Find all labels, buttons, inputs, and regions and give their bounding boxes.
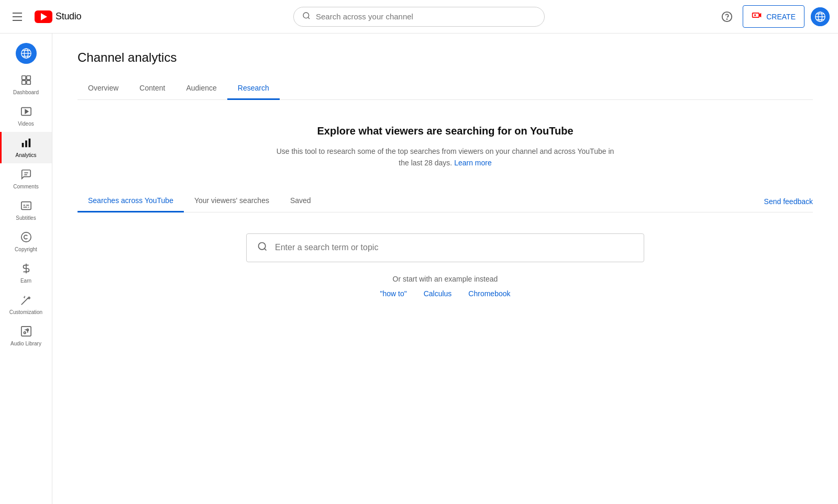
svg-rect-24: [21, 143, 24, 147]
example-link-calculus[interactable]: Calculus: [424, 289, 452, 298]
sidebar-item-dashboard-label: Dashboard: [13, 89, 39, 95]
svg-line-44: [264, 249, 267, 251]
sidebar-item-avatar[interactable]: [0, 38, 52, 69]
sidebar-item-videos-label: Videos: [18, 121, 34, 127]
header: Studio: [0, 0, 838, 33]
global-search-bar: [293, 7, 545, 27]
sidebar: Dashboard Videos Analytics: [0, 33, 52, 504]
account-avatar-button[interactable]: [811, 7, 830, 26]
sidebar-item-subtitles-label: Subtitles: [16, 215, 36, 221]
sidebar-item-customization[interactable]: Customization: [0, 289, 52, 320]
svg-rect-21: [26, 81, 30, 84]
svg-rect-26: [28, 139, 30, 148]
sidebar-item-earn[interactable]: Earn: [0, 257, 52, 289]
hamburger-menu-button[interactable]: [8, 8, 26, 25]
research-tab-content: Explore what viewers are searching for o…: [78, 100, 813, 298]
main-layout: Dashboard Videos Analytics: [0, 33, 838, 504]
search-icon: [302, 12, 311, 22]
search-box-icon: [257, 241, 268, 254]
svg-rect-25: [25, 140, 27, 147]
svg-rect-40: [21, 327, 30, 336]
avatar-globe-icon: [811, 7, 830, 26]
svg-rect-19: [26, 76, 30, 80]
sidebar-item-subtitles[interactable]: Subtitles: [0, 195, 52, 226]
tab-content[interactable]: Content: [129, 77, 175, 100]
sidebar-item-audio-label: Audio Library: [10, 341, 41, 346]
subtitles-icon: [20, 200, 32, 213]
sidebar-item-comments-label: Comments: [13, 184, 38, 189]
create-icon: [752, 10, 762, 23]
sidebar-avatar-icon: [16, 43, 37, 64]
svg-line-39: [24, 297, 25, 298]
svg-rect-20: [21, 81, 25, 84]
svg-point-0: [303, 13, 309, 18]
help-button[interactable]: [718, 7, 736, 26]
sidebar-item-analytics-label: Analytics: [15, 152, 36, 158]
example-link-chromebook[interactable]: Chromebook: [468, 289, 510, 298]
research-heading: Explore what viewers are searching for o…: [78, 125, 813, 137]
create-button[interactable]: CREATE: [743, 5, 804, 28]
example-links: "how to" Calculus Chromebook: [78, 289, 813, 298]
tab-overview[interactable]: Overview: [78, 77, 129, 100]
svg-point-34: [21, 232, 30, 242]
sub-tab-searches-youtube[interactable]: Searches across YouTube: [78, 190, 184, 212]
analytics-tabs: Overview Content Audience Research: [78, 77, 813, 100]
svg-marker-23: [25, 109, 28, 113]
bar-chart-icon: [20, 137, 32, 150]
music-icon: [20, 326, 32, 339]
svg-rect-29: [21, 202, 30, 210]
research-search-box: [246, 233, 644, 262]
research-sub-tabs-row: Searches across YouTube Your viewers' se…: [78, 190, 813, 212]
hamburger-line-1: [13, 13, 22, 14]
main-content: Channel analytics Overview Content Audie…: [52, 33, 838, 504]
sidebar-item-copyright[interactable]: Copyright: [0, 226, 52, 257]
examples-section: Or start with an example instead "how to…: [78, 275, 813, 298]
yt-icon-bg: [35, 10, 52, 23]
tab-research[interactable]: Research: [227, 77, 280, 100]
global-search-input[interactable]: [316, 12, 536, 21]
magic-icon: [20, 294, 32, 307]
sub-tab-viewers-searches[interactable]: Your viewers' searches: [184, 190, 280, 212]
header-left: Studio: [8, 8, 134, 25]
header-center: [134, 7, 704, 27]
examples-label: Or start with an example instead: [78, 275, 813, 283]
svg-point-41: [24, 332, 26, 334]
grid-icon: [20, 74, 32, 87]
hamburger-line-2: [13, 16, 22, 17]
svg-point-43: [259, 242, 266, 249]
sidebar-item-audio[interactable]: Audio Library: [0, 320, 52, 352]
page-title: Channel analytics: [78, 50, 813, 65]
sub-tab-saved[interactable]: Saved: [280, 190, 322, 212]
copyright-icon: [20, 231, 32, 244]
research-search-container: [246, 233, 644, 262]
create-label: CREATE: [766, 13, 796, 21]
sidebar-item-customization-label: Customization: [9, 309, 42, 315]
sidebar-item-earn-label: Earn: [20, 278, 31, 284]
comment-icon: [20, 169, 32, 182]
youtube-logo: [35, 10, 52, 23]
studio-wordmark: Studio: [56, 11, 81, 22]
svg-rect-18: [21, 76, 25, 80]
research-sub-tabs: Searches across YouTube Your viewers' se…: [78, 190, 322, 212]
example-link-how-to[interactable]: "how to": [380, 289, 406, 298]
tab-audience[interactable]: Audience: [175, 77, 227, 100]
research-description: Use this tool to research some of the to…: [272, 145, 618, 169]
dollar-icon: [20, 263, 32, 276]
research-search-input[interactable]: [275, 243, 633, 252]
logo-link[interactable]: Studio: [35, 10, 81, 23]
sidebar-item-comments[interactable]: Comments: [0, 163, 52, 195]
send-feedback-button[interactable]: Send feedback: [764, 197, 813, 206]
sidebar-item-copyright-label: Copyright: [15, 247, 37, 252]
sidebar-item-dashboard[interactable]: Dashboard: [0, 69, 52, 100]
sidebar-item-analytics[interactable]: Analytics: [0, 132, 52, 163]
yt-play-icon: [41, 13, 47, 20]
svg-line-1: [308, 17, 310, 19]
play-icon: [20, 106, 32, 119]
learn-more-link[interactable]: Learn more: [454, 159, 492, 167]
header-right: CREATE: [704, 5, 830, 28]
sidebar-item-videos[interactable]: Videos: [0, 100, 52, 132]
hamburger-line-3: [13, 20, 22, 21]
